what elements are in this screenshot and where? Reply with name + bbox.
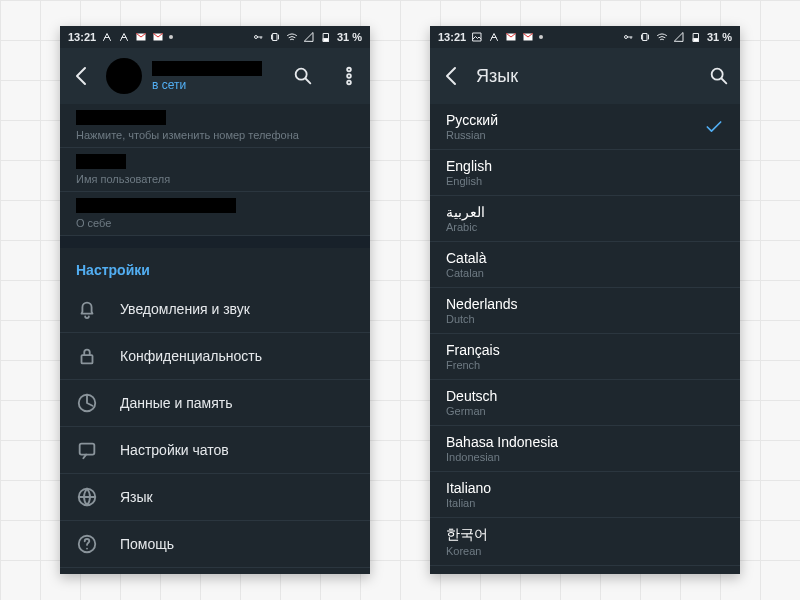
back-button[interactable]: [70, 64, 94, 88]
language-row[interactable]: NederlandsDutch: [430, 288, 740, 334]
status-bar: 13:21 31 %: [430, 26, 740, 48]
signal-icon: [303, 31, 315, 43]
bio-redacted: [76, 198, 236, 213]
page-title: Язык: [476, 66, 684, 87]
vibrate-icon: [639, 31, 651, 43]
settings-row-lock[interactable]: Конфиденциальность: [60, 333, 370, 380]
profile-name-redacted: [152, 61, 262, 76]
phone-field[interactable]: Нажмите, чтобы изменить номер телефона: [60, 104, 370, 148]
settings-row-help[interactable]: Помощь: [60, 521, 370, 568]
svg-point-8: [347, 74, 351, 78]
bio-field[interactable]: О себе: [60, 192, 370, 236]
key-icon: [252, 31, 264, 43]
settings-row-bell[interactable]: Уведомления и звук: [60, 286, 370, 333]
username-field[interactable]: Имя пользователя: [60, 148, 370, 192]
battery-icon: [320, 31, 332, 43]
svg-point-22: [712, 69, 723, 80]
battery-percent: 31 %: [707, 31, 732, 43]
language-row[interactable]: РусскийRussian: [430, 104, 740, 150]
phone-redacted: [76, 110, 166, 125]
language-english: Dutch: [446, 313, 518, 325]
username-hint: Имя пользователя: [76, 173, 354, 185]
settings-row-globe[interactable]: Язык: [60, 474, 370, 521]
battery-percent: 31 %: [337, 31, 362, 43]
more-menu-icon[interactable]: [338, 65, 360, 87]
help-icon: [76, 533, 98, 555]
language-native: Deutsch: [446, 388, 497, 404]
svg-rect-10: [82, 355, 93, 363]
language-native: العربية: [446, 204, 485, 220]
settings-section-title: Настройки: [60, 248, 370, 286]
language-row[interactable]: DeutschGerman: [430, 380, 740, 426]
language-native: Català: [446, 250, 486, 266]
mail-icon: [135, 31, 147, 43]
username-redacted: [76, 154, 126, 169]
language-native: Bahasa Indonesia: [446, 434, 558, 450]
more-notifications-icon: [169, 35, 173, 39]
svg-rect-5: [323, 39, 328, 42]
more-notifications-icon: [539, 35, 543, 39]
language-row[interactable]: Bahasa MelayuMalay: [430, 566, 740, 574]
search-icon[interactable]: [708, 65, 730, 87]
bell-icon: [76, 298, 98, 320]
font-icon: [488, 31, 500, 43]
avatar: [106, 58, 142, 94]
back-button[interactable]: [440, 64, 464, 88]
lock-icon: [76, 345, 98, 367]
svg-rect-3: [273, 34, 277, 41]
language-english: Indonesian: [446, 451, 558, 463]
profile-block[interactable]: в сети: [106, 58, 268, 94]
language-native: English: [446, 158, 492, 174]
svg-rect-19: [643, 34, 647, 41]
mail-icon: [522, 31, 534, 43]
svg-point-7: [347, 68, 351, 72]
settings-header: в сети: [60, 48, 370, 104]
clock: 13:21: [438, 31, 466, 43]
mail-icon: [505, 31, 517, 43]
language-english: German: [446, 405, 497, 417]
font-icon: [118, 31, 130, 43]
language-row[interactable]: EnglishEnglish: [430, 150, 740, 196]
settings-row-label: Настройки чатов: [120, 442, 229, 458]
key-icon: [622, 31, 634, 43]
language-native: 한국어: [446, 526, 488, 544]
section-divider: [60, 236, 370, 248]
clock: 13:21: [68, 31, 96, 43]
settings-row-label: Конфиденциальность: [120, 348, 262, 364]
wifi-icon: [286, 31, 298, 43]
language-english: Korean: [446, 545, 488, 557]
language-header: Язык: [430, 48, 740, 104]
language-english: English: [446, 175, 492, 187]
language-screen: 13:21 31 % Язык РусскийRussianEnglishEng…: [430, 26, 740, 574]
settings-row-label: Помощь: [120, 536, 174, 552]
vibrate-icon: [269, 31, 281, 43]
language-row[interactable]: العربيةArabic: [430, 196, 740, 242]
battery-icon: [690, 31, 702, 43]
language-english: Arabic: [446, 221, 485, 233]
language-row[interactable]: Bahasa IndonesiaIndonesian: [430, 426, 740, 472]
signal-icon: [673, 31, 685, 43]
settings-screen: 13:21 31 % в сети: [60, 26, 370, 574]
settings-row-data[interactable]: Данные и память: [60, 380, 370, 427]
globe-icon: [76, 486, 98, 508]
language-native: Nederlands: [446, 296, 518, 312]
app-version: Telegram для Android v5.8.0 (1626) arm64…: [60, 568, 370, 574]
settings-row-label: Данные и память: [120, 395, 232, 411]
status-bar: 13:21 31 %: [60, 26, 370, 48]
phone-hint: Нажмите, чтобы изменить номер телефона: [76, 129, 354, 141]
language-row[interactable]: FrançaisFrench: [430, 334, 740, 380]
svg-point-6: [296, 69, 307, 80]
language-row[interactable]: CatalàCatalan: [430, 242, 740, 288]
settings-row-label: Уведомления и звук: [120, 301, 250, 317]
settings-row-chat[interactable]: Настройки чатов: [60, 427, 370, 474]
language-native: Italiano: [446, 480, 491, 496]
svg-rect-15: [473, 33, 481, 41]
language-english: French: [446, 359, 500, 371]
search-icon[interactable]: [292, 65, 314, 87]
language-native: Français: [446, 342, 500, 358]
language-english: Catalan: [446, 267, 486, 279]
language-row[interactable]: 한국어Korean: [430, 518, 740, 566]
bio-hint: О себе: [76, 217, 354, 229]
settings-row-label: Язык: [120, 489, 153, 505]
language-row[interactable]: ItalianoItalian: [430, 472, 740, 518]
